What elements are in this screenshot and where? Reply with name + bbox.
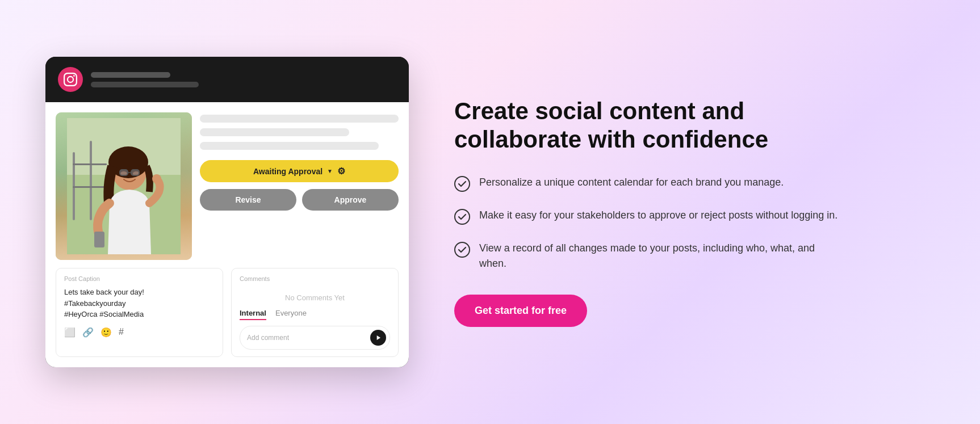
check-icon-1 [454, 176, 470, 192]
features-list: Personalize a unique content calendar fo… [454, 175, 840, 272]
cta-button[interactable]: Get started for free [454, 295, 587, 327]
svg-rect-4 [73, 163, 107, 165]
feature-item-2: Make it easy for your stakeholders to ap… [454, 208, 840, 225]
post-image-inner [56, 112, 192, 260]
caption-text: Lets take back your day! #Takebackyourda… [64, 287, 215, 320]
header-line-1 [91, 72, 170, 78]
placeholder-line-3 [200, 142, 379, 150]
action-buttons: Revise Approve [200, 189, 399, 211]
mockup-body: Awaiting Approval ▼ ⚙ Revise Approve [45, 102, 409, 367]
feature-item-1: Personalize a unique content calendar fo… [454, 175, 840, 192]
svg-point-14 [152, 174, 161, 183]
awaiting-label: Awaiting Approval [253, 167, 323, 176]
svg-point-17 [455, 242, 470, 257]
svg-point-15 [455, 177, 470, 191]
comment-input-row: Add comment [240, 326, 390, 350]
check-icon-3 [454, 242, 470, 258]
chevron-down-icon: ▼ [327, 168, 333, 174]
mockup-header [45, 57, 409, 102]
check-icon-2 [454, 209, 470, 225]
add-comment-placeholder[interactable]: Add comment [247, 334, 366, 342]
feature-item-3: View a record of all changes made to you… [454, 241, 840, 272]
mockup-window: Awaiting Approval ▼ ⚙ Revise Approve [45, 57, 409, 367]
comments-tabs: Internal Everyone [240, 309, 390, 320]
header-line-2 [91, 82, 199, 87]
svg-rect-10 [120, 170, 128, 175]
post-caption-panel: Post Caption Lets take back your day! #T… [56, 268, 223, 357]
link-icon[interactable]: 🔗 [82, 327, 94, 338]
placeholder-line-1 [200, 115, 399, 123]
svg-rect-5 [73, 186, 107, 188]
main-heading: Create social content and collaborate wi… [454, 97, 840, 154]
caption-label: Post Caption [64, 275, 215, 282]
hashtag-icon[interactable]: # [119, 327, 124, 338]
caption-icons: ⬜ 🔗 🙂 # [64, 327, 215, 338]
svg-point-16 [455, 209, 470, 224]
awaiting-approval-badge[interactable]: Awaiting Approval ▼ ⚙ [200, 160, 399, 182]
emoji-icon[interactable]: 🙂 [100, 327, 112, 338]
comments-label: Comments [240, 275, 390, 282]
comments-panel: Comments No Comments Yet Internal Everyo… [231, 268, 399, 357]
copy-icon[interactable]: ⬜ [64, 327, 76, 338]
post-image [56, 112, 192, 260]
gear-icon: ⚙ [337, 166, 345, 177]
placeholder-line-2 [200, 128, 349, 136]
bottom-row: Post Caption Lets take back your day! #T… [56, 268, 399, 357]
feature-text-1: Personalize a unique content calendar fo… [479, 175, 784, 191]
svg-rect-11 [131, 170, 139, 175]
no-comments-text: No Comments Yet [240, 287, 390, 309]
page-wrapper: Awaiting Approval ▼ ⚙ Revise Approve [0, 0, 980, 424]
svg-rect-13 [94, 232, 104, 247]
revise-button[interactable]: Revise [200, 189, 296, 211]
top-row: Awaiting Approval ▼ ⚙ Revise Approve [56, 112, 399, 260]
instagram-icon [58, 67, 83, 92]
feature-text-2: Make it easy for your stakeholders to ap… [479, 208, 837, 224]
left-panel: Awaiting Approval ▼ ⚙ Revise Approve [45, 57, 409, 367]
feature-text-3: View a record of all changes made to you… [479, 241, 840, 272]
tab-internal[interactable]: Internal [240, 309, 266, 320]
send-comment-button[interactable] [370, 330, 386, 346]
right-content: Create social content and collaborate wi… [454, 97, 840, 328]
svg-rect-3 [90, 141, 92, 220]
approve-button[interactable]: Approve [302, 189, 399, 211]
header-lines [91, 72, 199, 87]
tab-everyone[interactable]: Everyone [275, 309, 307, 320]
right-panel-top: Awaiting Approval ▼ ⚙ Revise Approve [200, 112, 399, 260]
